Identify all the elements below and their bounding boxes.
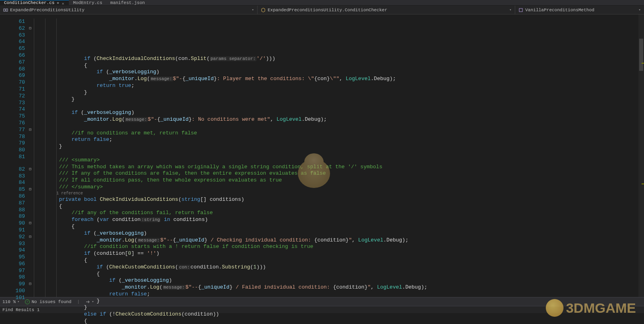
code-line[interactable]: { [33, 223, 644, 230]
code-line[interactable] [33, 49, 644, 56]
code-line[interactable] [33, 123, 644, 130]
line-number: 83 [0, 173, 27, 180]
code-line[interactable]: return false; [33, 136, 644, 143]
fold-toggle [27, 274, 33, 281]
code-content[interactable]: if (CheckIndividualConditions(con.Split(… [33, 14, 644, 297]
line-number: 70 [0, 79, 27, 86]
fold-toggle [27, 39, 33, 45]
breadcrumb: ExpandedPreconditionsUtility ▾ ExpandedP… [0, 6, 644, 14]
code-line[interactable]: { [33, 271, 644, 278]
code-line[interactable]: private bool CheckIndividualConditions(s… [33, 196, 644, 203]
line-number: 66 [0, 52, 27, 59]
code-line[interactable]: { [33, 62, 644, 69]
fold-toggle [27, 227, 33, 234]
code-line[interactable]: if (condition[0] == '!') [33, 250, 644, 257]
breadcrumb-namespace[interactable]: ExpandedPreconditionsUtility ▾ [0, 6, 258, 14]
fold-toggle [27, 59, 33, 66]
line-number: 61 [0, 19, 27, 25]
fold-toggle [27, 213, 33, 220]
code-line[interactable]: { [33, 318, 644, 324]
chevron-down-icon: ▾ [510, 8, 512, 12]
line-number: 90 [0, 220, 27, 227]
code-line[interactable] [33, 103, 644, 109]
line-number: 69 [0, 72, 27, 79]
fold-toggle [27, 86, 33, 93]
line-number: 72 [0, 93, 27, 100]
code-line[interactable]: } [33, 89, 644, 96]
line-number: 74 [0, 106, 27, 113]
fold-toggle [27, 154, 33, 161]
code-line[interactable]: foreach (var condition:string in conditi… [33, 217, 644, 223]
line-number: 65 [0, 45, 27, 52]
line-number: 71 [0, 86, 27, 93]
line-number: 94 [0, 247, 27, 254]
fold-toggle[interactable]: ⊟ [27, 220, 33, 227]
code-line[interactable]: } [33, 143, 644, 150]
line-number: 93 [0, 241, 27, 248]
tab-manifest[interactable]: manifest.json [106, 0, 149, 6]
code-line[interactable]: if (CheckIndividualConditions(con.Split(… [33, 56, 644, 62]
pin-icon [57, 2, 59, 4]
fold-toggle [27, 247, 33, 254]
breadcrumb-text: ExpandedPreconditionsUtility.ConditionCh… [268, 8, 387, 12]
fold-toggle[interactable]: ⊟ [27, 25, 33, 32]
scroll-thumb[interactable] [639, 39, 643, 71]
fold-toggle [27, 79, 33, 86]
code-line[interactable]: /// </summary> [33, 184, 644, 191]
line-number: 64 [0, 39, 27, 45]
fold-toggle[interactable]: ⊟ [27, 281, 33, 288]
fold-toggle [27, 254, 33, 261]
code-line[interactable]: //if condition starts with a ! return fa… [33, 244, 644, 250]
code-line[interactable]: return true; [33, 83, 644, 89]
fold-toggle [27, 106, 33, 113]
fold-toggle [27, 100, 33, 107]
fold-toggle[interactable]: ⊟ [27, 166, 33, 173]
codelens-reference[interactable]: 1 reference [33, 191, 644, 196]
code-line[interactable]: //if no conditions are met, return false [33, 130, 644, 137]
fold-toggle [27, 134, 33, 140]
code-line[interactable]: //if any of the conditions fail, return … [33, 210, 644, 217]
line-number: 99 [0, 281, 27, 288]
fold-toggle [27, 261, 33, 268]
breadcrumb-method[interactable]: VanillaPreconditionsMethod ▾ [515, 6, 644, 14]
vertical-scrollbar[interactable] [638, 14, 644, 297]
code-line[interactable]: { [33, 257, 644, 264]
close-icon[interactable]: ✕ [62, 1, 65, 4]
code-editor[interactable]: 6162636465666768697071727374757677787980… [0, 14, 644, 297]
code-line[interactable]: } [33, 96, 644, 103]
code-line[interactable]: return false; [33, 291, 644, 298]
code-line[interactable]: _monitor.Log(message:$"--{_uniqueId} / F… [33, 284, 644, 291]
code-line[interactable] [33, 150, 644, 157]
line-number: 89 [0, 213, 27, 220]
fold-toggle[interactable]: ⊟ [27, 234, 33, 241]
code-line[interactable]: _monitor.Log(message:$"-{_uniqueId}: Pla… [33, 76, 644, 83]
tab-conditionchecker[interactable]: ConditionChecker.cs ✕ [0, 0, 69, 6]
fold-toggle[interactable]: ⊟ [27, 186, 33, 193]
fold-toggle[interactable]: ⊟ [27, 127, 33, 134]
fold-toggle [27, 52, 33, 59]
line-number: 82 [0, 166, 27, 173]
fold-column: ⊟⊟⊟⊟⊟⊟⊟ [27, 14, 33, 297]
line-number: 79 [0, 140, 27, 147]
code-line[interactable]: /// If all conditions pass, then the who… [33, 177, 644, 184]
code-line[interactable]: if (CheckCustomConditions(con:condition.… [33, 264, 644, 271]
fold-toggle [27, 207, 33, 214]
code-line[interactable]: _monitor.Log(message:$"-{_uniqueId}: No … [33, 116, 644, 123]
code-line[interactable]: if (_verboseLogging) [33, 230, 644, 237]
code-line[interactable]: _monitor.Log(message:$"--{_uniqueId} / C… [33, 237, 644, 244]
code-line[interactable]: /// If any of the conditions are false, … [33, 170, 644, 177]
code-line[interactable]: /// <summary> [33, 157, 644, 164]
svg-rect-2 [519, 8, 522, 12]
tab-modentry[interactable]: ModEntry.cs [69, 0, 106, 6]
svg-rect-1 [6, 9, 8, 11]
fold-toggle [27, 200, 33, 207]
breadcrumb-class[interactable]: ExpandedPreconditionsUtility.ConditionCh… [258, 6, 515, 14]
tab-label: ModEntry.cs [73, 0, 102, 6]
code-line[interactable]: if (_verboseLogging) [33, 69, 644, 76]
code-line[interactable]: { [33, 203, 644, 210]
code-line[interactable]: /// This method takes an array which was… [33, 164, 644, 171]
chevron-down-icon: ▾ [252, 8, 254, 12]
code-line[interactable]: if (_verboseLogging) [33, 277, 644, 284]
code-line[interactable]: if (_verboseLogging) [33, 109, 644, 116]
watermark-icon [546, 299, 564, 317]
